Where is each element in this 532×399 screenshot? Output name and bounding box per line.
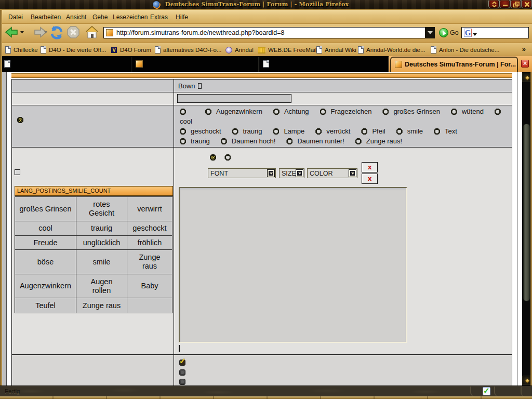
- scrollbar-down-button[interactable]: [522, 376, 531, 385]
- icon-option-none-radio[interactable]: [17, 117, 23, 123]
- icon-option[interactable]: großes Grinsen: [382, 108, 440, 115]
- smilie-count-cell[interactable]: böse: [15, 250, 76, 274]
- icon-option[interactable]: [180, 108, 191, 115]
- icon-option-radio[interactable]: [382, 109, 389, 115]
- font-select[interactable]: FONT: [208, 168, 276, 178]
- icon-option[interactable]: Augenzwinkern: [205, 108, 262, 115]
- url-dropdown-button[interactable]: [425, 28, 434, 38]
- icon-option-radio[interactable]: [286, 138, 292, 144]
- subject-input[interactable]: [177, 94, 291, 103]
- editor-mode-radio-off[interactable]: [224, 154, 231, 161]
- search-input[interactable]: G: [461, 27, 529, 38]
- smilie-count-cell[interactable]: Teufel: [15, 298, 76, 313]
- smilie-count-cell[interactable]: geschockt: [127, 221, 172, 236]
- scrollbar-up-button[interactable]: [522, 73, 531, 82]
- smilie-count-cell[interactable]: unglücklich: [76, 236, 127, 250]
- icon-option-radio[interactable]: [315, 128, 322, 135]
- tab-close-button[interactable]: ✕: [521, 60, 529, 68]
- icon-option[interactable]: Achtung: [273, 108, 309, 115]
- icon-option[interactable]: Lampe: [273, 127, 304, 135]
- icon-option-radio[interactable]: [396, 128, 403, 135]
- go-button[interactable]: [439, 28, 448, 37]
- tab-inactive[interactable]: [1, 57, 131, 72]
- icon-option-radio[interactable]: [361, 128, 367, 135]
- minimize-button[interactable]: [500, 0, 510, 8]
- smilie-count-cell[interactable]: fröhlich: [127, 236, 172, 250]
- icon-option-radio[interactable]: [355, 138, 362, 144]
- menu-ansicht[interactable]: Ansicht: [66, 14, 86, 21]
- size-select[interactable]: SIZE: [279, 168, 304, 178]
- message-textarea[interactable]: [179, 187, 407, 343]
- smilie-count-cell[interactable]: smile: [76, 250, 127, 274]
- reload-button[interactable]: [49, 25, 64, 43]
- smilie-count-cell[interactable]: Baby: [127, 274, 172, 298]
- icon-option-radio[interactable]: [495, 109, 501, 115]
- left-option-checkbox[interactable]: [15, 169, 20, 175]
- smilie-count-cell[interactable]: traurig: [76, 221, 127, 236]
- icon-option[interactable]: Daumen hoch!: [221, 137, 276, 145]
- shade-button[interactable]: [489, 0, 499, 8]
- icon-option-radio[interactable]: [221, 138, 227, 144]
- maximize-button[interactable]: [511, 0, 521, 8]
- smilie-count-cell[interactable]: großes Grinsen: [15, 197, 76, 221]
- icon-option-radio[interactable]: [434, 128, 440, 135]
- icon-option[interactable]: Fragezeichen: [320, 108, 372, 115]
- icon-option-radio[interactable]: [180, 128, 186, 135]
- url-input[interactable]: http://forum.simutrans-forum.de/newthrea…: [116, 29, 284, 36]
- icon-option[interactable]: smile: [396, 127, 423, 135]
- tab-active[interactable]: Deutsches SimuTrans-Forum | For...: [390, 57, 518, 72]
- icon-option[interactable]: wütend: [451, 108, 484, 115]
- icon-option-radio[interactable]: [273, 128, 279, 135]
- editor-close-button-1[interactable]: x: [362, 162, 378, 172]
- color-select-arrow-icon[interactable]: [349, 169, 356, 177]
- bookmark-item[interactable]: VD4O Forum: [111, 46, 151, 54]
- close-button[interactable]: [522, 0, 531, 8]
- icon-option-radio[interactable]: [320, 109, 326, 115]
- bookmark-item[interactable]: WEB.DE FreeMail: [258, 46, 316, 54]
- menu-datei[interactable]: Datei: [8, 14, 23, 21]
- icon-option-radio[interactable]: [451, 109, 457, 115]
- scrollbar-thumb[interactable]: [523, 124, 530, 301]
- smilie-count-cell[interactable]: rotes Gesicht: [76, 197, 127, 221]
- bookmark-item[interactable]: Arindal: [225, 46, 254, 54]
- forward-button[interactable]: [27, 25, 48, 42]
- icon-option-radio[interactable]: [273, 109, 280, 115]
- url-bar[interactable]: http://forum.simutrans-forum.de/newthrea…: [103, 27, 435, 38]
- menu-extras[interactable]: Extras: [150, 14, 168, 21]
- editor-close-button-2[interactable]: x: [362, 174, 378, 184]
- bookmark-item[interactable]: Arindal Wiki: [316, 46, 356, 54]
- bookmark-item[interactable]: Chillecke: [5, 46, 38, 54]
- font-select-arrow-icon[interactable]: [267, 169, 275, 177]
- tab-inactive[interactable]: [260, 57, 389, 72]
- icon-option-radio[interactable]: [232, 128, 238, 135]
- icon-option[interactable]: [495, 108, 506, 115]
- icon-option-radio[interactable]: [180, 109, 186, 115]
- smilie-count-cell[interactable]: cool: [15, 221, 76, 236]
- icon-option-radio[interactable]: [180, 138, 186, 144]
- menu-gehe[interactable]: Gehe: [92, 14, 108, 21]
- vertical-scrollbar[interactable]: [522, 72, 531, 385]
- icon-option[interactable]: Text: [434, 127, 457, 135]
- icon-option[interactable]: Zunge raus!: [355, 137, 402, 145]
- smilie-count-cell[interactable]: Freude: [15, 236, 76, 250]
- smilie-count-cell[interactable]: Zunge raus: [76, 298, 127, 313]
- smilie-count-cell[interactable]: Augen rollen: [76, 274, 127, 298]
- icon-option[interactable]: Pfeil: [361, 127, 385, 135]
- option-checkbox-2[interactable]: [179, 369, 185, 376]
- option-checkbox-3[interactable]: [179, 379, 185, 385]
- bookmark-item[interactable]: Arindal-World.de die...: [358, 46, 425, 54]
- icon-option[interactable]: geschockt: [180, 127, 221, 135]
- go-label[interactable]: Go: [450, 29, 459, 36]
- bookmarks-overflow-chevron[interactable]: »: [522, 45, 526, 53]
- home-button[interactable]: [85, 25, 99, 42]
- icon-option[interactable]: traurig: [232, 127, 262, 135]
- menu-hilfe[interactable]: Hilfe: [176, 14, 188, 21]
- icon-option[interactable]: verrückt: [315, 127, 350, 135]
- bookmark-item[interactable]: alternatives D4O-Fo...: [155, 46, 221, 54]
- size-select-arrow-icon[interactable]: [296, 169, 303, 177]
- smilie-count-cell[interactable]: Zunge raus: [127, 250, 172, 274]
- smilie-count-cell[interactable]: Augenzwinkern: [15, 274, 76, 298]
- menu-lesezeichen[interactable]: Lesezeichen: [113, 14, 148, 21]
- back-button[interactable]: [4, 25, 25, 42]
- stop-button[interactable]: [66, 25, 80, 41]
